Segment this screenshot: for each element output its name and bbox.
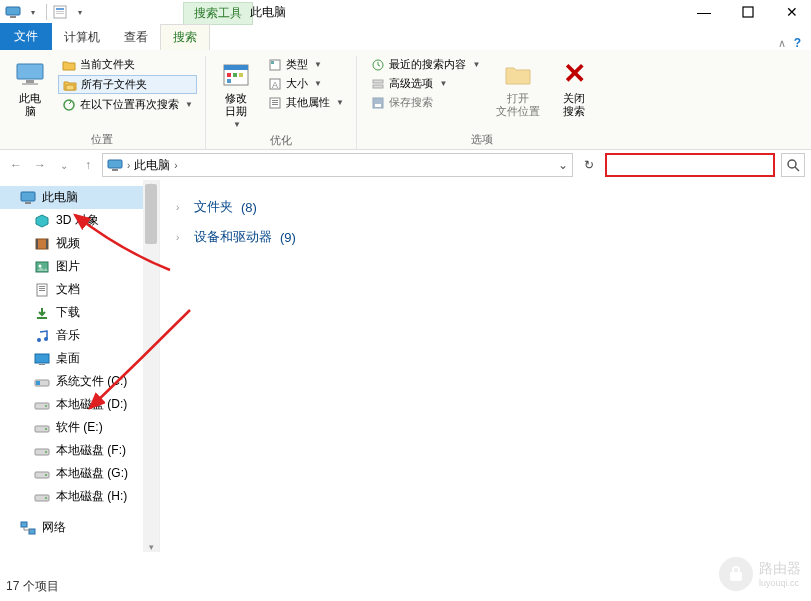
- close-search-button[interactable]: ✕ 关闭 搜索: [552, 56, 596, 120]
- search-button[interactable]: [781, 153, 805, 177]
- drive-icon: [34, 420, 50, 436]
- svg-rect-15: [233, 73, 237, 77]
- svg-rect-23: [272, 100, 278, 101]
- tree-item[interactable]: 本地磁盘 (G:): [0, 462, 159, 485]
- save-icon: [371, 96, 385, 110]
- svg-point-62: [45, 497, 47, 499]
- close-search-label: 关闭 搜索: [563, 92, 585, 118]
- refresh-button[interactable]: ↻: [577, 153, 601, 177]
- svg-rect-45: [39, 290, 45, 291]
- qat-dropdown2-icon[interactable]: ▾: [71, 3, 89, 21]
- chevron-down-icon: ▼: [314, 79, 322, 88]
- navigation-tree[interactable]: 此电脑3D 对象视频图片文档下载音乐桌面系统文件 (C:)本地磁盘 (D:)软件…: [0, 180, 160, 552]
- search-again-option[interactable]: 在以下位置再次搜索 ▼: [58, 96, 197, 113]
- tree-item[interactable]: 软件 (E:): [0, 416, 159, 439]
- watermark-icon: [719, 557, 753, 591]
- svg-rect-31: [108, 160, 122, 168]
- tree-item[interactable]: 桌面: [0, 347, 159, 370]
- download-icon: [34, 305, 50, 321]
- address-bar[interactable]: › 此电脑 › ⌄: [102, 153, 573, 177]
- properties-icon[interactable]: [51, 3, 69, 21]
- chevron-down-icon: ▼: [314, 60, 322, 69]
- nav-up-button[interactable]: ↑: [78, 155, 98, 175]
- svg-rect-43: [39, 286, 45, 287]
- folders-count: (8): [241, 200, 257, 215]
- svg-rect-32: [112, 169, 118, 171]
- tab-view[interactable]: 查看: [112, 25, 160, 50]
- video-icon: [34, 236, 50, 252]
- tree-item[interactable]: 此电脑: [0, 186, 159, 209]
- advanced-options[interactable]: 高级选项 ▼: [367, 75, 484, 92]
- scroll-down-icon[interactable]: ▾: [143, 542, 159, 552]
- chevron-right-icon[interactable]: ›: [174, 160, 177, 171]
- tree-item[interactable]: 图片: [0, 255, 159, 278]
- main-pane: › 文件夹 (8) › 设备和驱动器 (9): [160, 180, 811, 552]
- modify-date-button[interactable]: 修改 日期 ▼: [214, 56, 258, 131]
- chevron-down-icon: ▼: [233, 120, 241, 129]
- help-icon[interactable]: ?: [794, 36, 801, 50]
- close-x-icon: ✕: [558, 58, 590, 90]
- tree-item[interactable]: 视频: [0, 232, 159, 255]
- close-button[interactable]: ✕: [779, 2, 805, 22]
- qat-dropdown-icon[interactable]: ▾: [24, 3, 42, 21]
- open-file-location-button[interactable]: 打开 文件位置: [490, 56, 546, 120]
- svg-point-56: [45, 428, 47, 430]
- size-label: 大小: [286, 76, 308, 91]
- other-props-filter[interactable]: 其他属性 ▼: [264, 94, 348, 111]
- tree-item[interactable]: 下载: [0, 301, 159, 324]
- folders-section-header[interactable]: › 文件夹 (8): [176, 192, 795, 222]
- ribbon-collapse-icon[interactable]: ∧: [778, 37, 786, 50]
- advanced-label: 高级选项: [389, 76, 433, 91]
- type-icon: [268, 58, 282, 72]
- music-icon: [34, 328, 50, 344]
- maximize-button[interactable]: [735, 2, 761, 22]
- svg-rect-52: [36, 381, 40, 385]
- search-tools-pill: 搜索工具: [183, 2, 253, 25]
- type-filter[interactable]: 类型 ▼: [264, 56, 348, 73]
- svg-rect-46: [37, 317, 47, 319]
- svg-rect-10: [66, 85, 74, 90]
- tab-file[interactable]: 文件: [0, 23, 52, 50]
- devices-section-header[interactable]: › 设备和驱动器 (9): [176, 222, 795, 252]
- group-optimize-label: 优化: [270, 131, 292, 150]
- folder-open-icon: [502, 58, 534, 90]
- breadcrumb-root[interactable]: 此电脑: [134, 157, 170, 174]
- minimize-button[interactable]: —: [691, 2, 717, 22]
- nav-forward-button[interactable]: →: [30, 155, 50, 175]
- advanced-icon: [371, 77, 385, 91]
- size-filter[interactable]: A 大小 ▼: [264, 75, 348, 92]
- tree-item[interactable]: 音乐: [0, 324, 159, 347]
- tree-item[interactable]: 本地磁盘 (F:): [0, 439, 159, 462]
- svg-point-11: [64, 100, 74, 110]
- svg-rect-28: [373, 85, 383, 88]
- nav-recent-dropdown[interactable]: ⌄: [54, 155, 74, 175]
- tab-search[interactable]: 搜索: [160, 24, 210, 50]
- scroll-thumb[interactable]: [145, 184, 157, 244]
- current-folder-option[interactable]: 当前文件夹: [58, 56, 197, 73]
- tree-item[interactable]: 系统文件 (C:): [0, 370, 159, 393]
- tree-item[interactable]: 本地磁盘 (D:): [0, 393, 159, 416]
- network-icon: [20, 520, 36, 536]
- search-again-label: 在以下位置再次搜索: [80, 97, 179, 112]
- tree-item[interactable]: 文档: [0, 278, 159, 301]
- size-icon: A: [268, 77, 282, 91]
- tree-item[interactable]: 3D 对象: [0, 209, 159, 232]
- desktop-icon: [34, 351, 50, 367]
- tree-item[interactable]: 网络: [0, 516, 159, 539]
- chevron-right-icon[interactable]: ›: [127, 160, 130, 171]
- this-pc-scope-button[interactable]: 此电 脑: [8, 56, 52, 120]
- address-dropdown-icon[interactable]: ⌄: [558, 158, 568, 172]
- search-input[interactable]: [605, 153, 775, 177]
- nav-back-button[interactable]: ←: [6, 155, 26, 175]
- recent-searches[interactable]: 最近的搜索内容 ▼: [367, 56, 484, 73]
- svg-rect-30: [375, 104, 381, 107]
- all-subfolders-option[interactable]: 所有子文件夹: [58, 75, 197, 94]
- tab-computer[interactable]: 计算机: [52, 25, 112, 50]
- folders-label: 文件夹: [194, 198, 233, 216]
- save-search[interactable]: 保存搜索: [367, 94, 484, 111]
- tree-scrollbar[interactable]: ▴ ▾: [143, 180, 159, 552]
- image-icon: [34, 259, 50, 275]
- tree-item-label: 音乐: [56, 327, 80, 344]
- this-pc-scope-label: 此电 脑: [19, 92, 41, 118]
- tree-item[interactable]: 本地磁盘 (H:): [0, 485, 159, 508]
